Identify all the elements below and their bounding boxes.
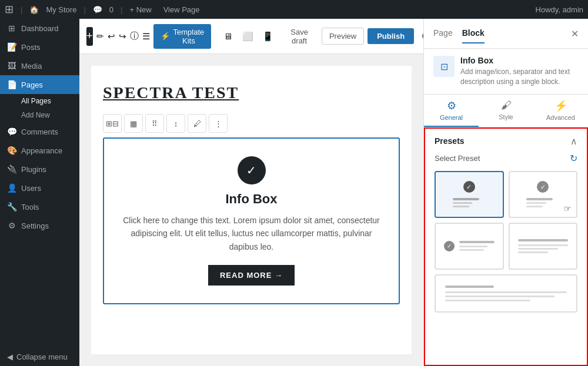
add-block-button[interactable]: + xyxy=(86,27,93,46)
new-btn[interactable]: + New xyxy=(129,5,151,14)
block-info-title: Info Box xyxy=(460,56,579,65)
sidebar-sub-add-new[interactable]: Add New xyxy=(0,108,79,122)
wp-logo-icon: ⊞ xyxy=(5,3,14,16)
presets-header: Presets ∧ xyxy=(435,136,577,147)
sidebar-item-label: Tools xyxy=(21,203,39,211)
plugins-icon: 🔌 xyxy=(7,164,16,174)
block-select-button[interactable]: ▦ xyxy=(124,114,143,133)
preset4-lines xyxy=(518,239,569,253)
sidebar-item-tools[interactable]: 🔧 Tools xyxy=(0,197,79,216)
block-info-section: ⊡ Info Box Add image/icon, separator and… xyxy=(424,49,588,95)
advanced-tab-icon: ⚡ xyxy=(554,99,567,112)
presets-section: Presets ∧ Select Preset ↻ ✓ xyxy=(424,127,588,366)
preset-card-1[interactable]: ✓ xyxy=(435,171,504,218)
presets-select-row: Select Preset ↻ xyxy=(435,153,577,164)
info-box-title: Info Box xyxy=(116,192,387,207)
right-panel: Page Block ✕ ⊡ Info Box Add image/icon, … xyxy=(423,19,588,366)
info-box-block-icon: ⊡ xyxy=(440,61,448,72)
panel-close-button[interactable]: ✕ xyxy=(571,28,579,39)
preview-button[interactable]: Preview xyxy=(322,28,364,45)
editor-toolbar: + ✏ ↩ ↪ ⓘ ☰ ⚡ Template Kits 🖥 ⬜ 📱 Save d… xyxy=(79,19,423,54)
info-box-text: Click here to change this text. Lorem ip… xyxy=(116,214,387,253)
sidebar-item-appearance[interactable]: 🎨 Appearance xyxy=(0,141,79,160)
preset2-lines xyxy=(526,198,559,207)
presets-select-label: Select Preset xyxy=(435,154,480,163)
sidebar-item-media[interactable]: 🖼 Media xyxy=(0,56,79,75)
preset2-check-icon: ✓ xyxy=(537,181,549,193)
collapse-menu-btn[interactable]: ◀ Collapse menu xyxy=(0,348,79,366)
settings-tab-style[interactable]: 🖌 Style xyxy=(479,95,533,127)
sidebar-item-label: Appearance xyxy=(21,146,62,155)
block-type-button[interactable]: ⊞⊟ xyxy=(103,114,122,133)
desktop-view-button[interactable]: 🖥 xyxy=(218,27,237,46)
editor-settings-button[interactable]: ⚙ xyxy=(417,27,423,46)
settings-tab-general[interactable]: ⚙ General xyxy=(424,95,479,127)
users-icon: 👤 xyxy=(7,183,16,193)
tools-icon: 🔧 xyxy=(7,202,16,211)
preset-card-5[interactable] xyxy=(435,274,577,313)
settings-tab-advanced[interactable]: ⚡ Advanced xyxy=(533,95,588,127)
top-bar-sep3: | xyxy=(121,5,122,14)
admin-label: Howdy, admin xyxy=(536,5,583,14)
sidebar-sub-all-pages[interactable]: All Pages xyxy=(0,94,79,108)
dashboard-icon: ⊞ xyxy=(7,23,16,33)
media-icon: 🖼 xyxy=(7,61,16,70)
preset-card-3[interactable]: ✓ xyxy=(435,223,504,270)
comments-icon: 💬 xyxy=(7,127,16,136)
comment-icon: 💬 xyxy=(93,5,102,14)
sidebar-item-users[interactable]: 👤 Users xyxy=(0,179,79,197)
sidebar-item-posts[interactable]: 📝 Posts xyxy=(0,38,79,56)
block-info-text: Info Box Add image/icon, separator and t… xyxy=(460,56,579,87)
main-layout: ⊞ Dashboard 📝 Posts 🖼 Media 📄 Pages All … xyxy=(0,19,588,366)
presets-collapse-button[interactable]: ∧ xyxy=(570,136,577,147)
undo-button[interactable]: ↩ xyxy=(108,27,115,46)
redo-button[interactable]: ↪ xyxy=(119,27,126,46)
view-page-btn[interactable]: View Page xyxy=(163,5,200,14)
editor-canvas-wrapper: SPECTRA TEST ⊞⊟ ▦ ⠿ ↕ 🖊 ⋮ ✓ Info Box C xyxy=(79,54,423,366)
page-title: SPECTRA TEST xyxy=(103,83,400,102)
preset-card-4[interactable] xyxy=(509,223,578,270)
preset-card-2[interactable]: ✓ ☞ xyxy=(509,171,578,218)
panel-header: Page Block ✕ xyxy=(424,19,588,49)
edit-mode-button[interactable]: ✏ xyxy=(96,27,104,46)
tablet-view-button[interactable]: ⬜ xyxy=(238,27,257,46)
store-name[interactable]: My Store xyxy=(46,5,76,14)
pages-icon: 📄 xyxy=(7,80,16,89)
sidebar-item-settings[interactable]: ⚙ Settings xyxy=(0,216,79,235)
sidebar-item-comments[interactable]: 💬 Comments xyxy=(0,122,79,141)
top-bar-sep: | xyxy=(21,5,22,14)
cursor-icon: ☞ xyxy=(564,204,572,213)
sidebar-item-label: Posts xyxy=(21,43,41,52)
save-draft-button[interactable]: Save draft xyxy=(280,24,318,49)
template-kits-label: Template Kits xyxy=(173,28,205,45)
preset5-lines xyxy=(445,286,567,301)
block-transform-button[interactable]: ↕ xyxy=(166,114,185,133)
toolbar-right: Save draft Preview Publish ⚙ A ⋮ xyxy=(280,24,423,49)
sidebar-item-pages[interactable]: 📄 Pages xyxy=(0,75,79,94)
sidebar-item-dashboard[interactable]: ⊞ Dashboard xyxy=(0,19,79,38)
preset3-check-icon: ✓ xyxy=(444,241,455,251)
style-tab-label: Style xyxy=(499,113,513,120)
general-tab-label: General xyxy=(440,114,463,121)
info-box-block[interactable]: ✓ Info Box Click here to change this tex… xyxy=(103,137,400,304)
editor-canvas: SPECTRA TEST ⊞⊟ ▦ ⠿ ↕ 🖊 ⋮ ✓ Info Box C xyxy=(91,66,412,354)
block-more-button[interactable]: ⋮ xyxy=(209,114,228,133)
block-paint-button[interactable]: 🖊 xyxy=(188,114,206,133)
info-box-read-more-button[interactable]: READ MORE → xyxy=(208,265,295,286)
mobile-view-button[interactable]: 📱 xyxy=(258,27,277,46)
info-button[interactable]: ⓘ xyxy=(130,27,139,46)
block-move-button[interactable]: ⠿ xyxy=(145,114,164,133)
tab-page[interactable]: Page xyxy=(433,23,453,43)
sidebar-item-plugins[interactable]: 🔌 Plugins xyxy=(0,160,79,179)
preset3-lines xyxy=(459,241,495,251)
sidebar-item-label: Users xyxy=(21,184,41,193)
tab-block[interactable]: Block xyxy=(462,23,485,43)
publish-button[interactable]: Publish xyxy=(368,28,414,44)
sidebar-item-label: Media xyxy=(21,62,42,70)
general-tab-icon: ⚙ xyxy=(447,99,456,112)
template-kits-button[interactable]: ⚡ Template Kits xyxy=(153,24,212,49)
presets-refresh-button[interactable]: ↻ xyxy=(570,153,577,164)
list-view-button[interactable]: ☰ xyxy=(142,27,150,46)
device-buttons: 🖥 ⬜ 📱 xyxy=(218,27,277,46)
collapse-icon: ◀ xyxy=(7,352,13,361)
